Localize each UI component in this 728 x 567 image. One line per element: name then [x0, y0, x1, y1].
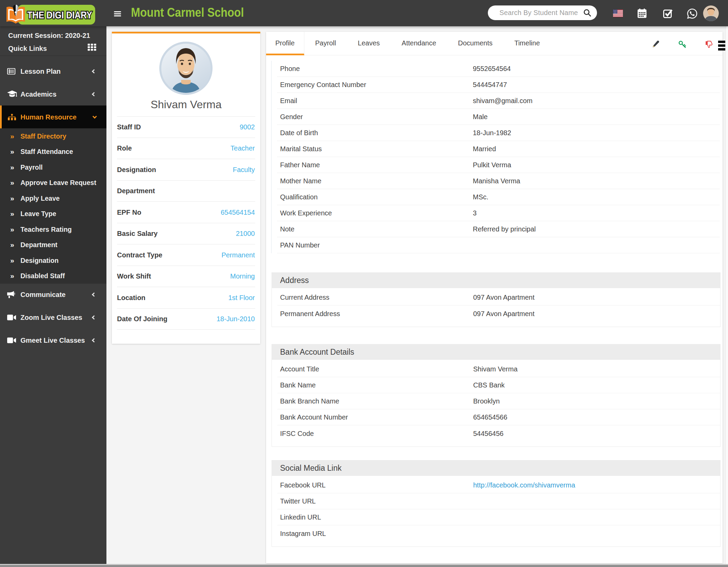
svg-text:Mount Carmel School: Mount Carmel School — [131, 5, 244, 19]
svg-text:THE DIGI DIARY: THE DIGI DIARY — [27, 10, 92, 20]
